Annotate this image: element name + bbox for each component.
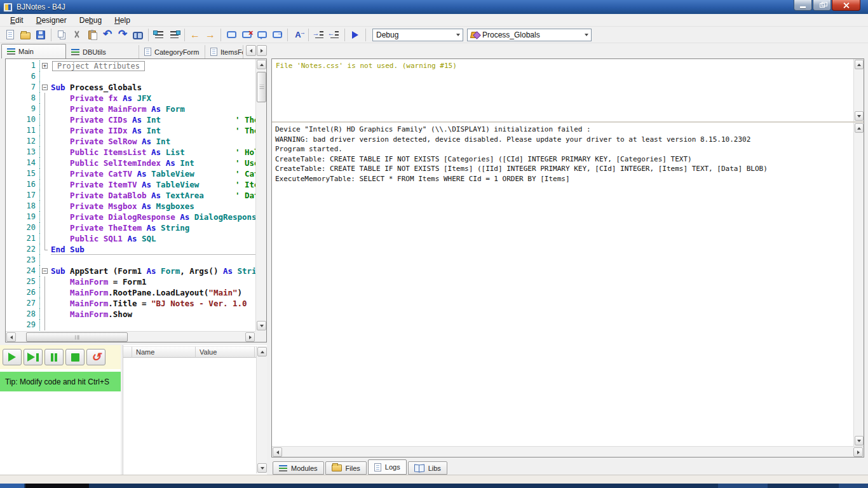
save-icon (36, 30, 45, 39)
forward-icon (205, 29, 215, 41)
debug-toolbar: ↺ (0, 345, 121, 369)
restore-button[interactable] (813, 0, 831, 11)
resume-button[interactable] (3, 349, 22, 365)
close-icon (843, 2, 850, 9)
editor-hscrollbar[interactable] (6, 331, 255, 342)
fold-toggle[interactable]: − (42, 268, 48, 274)
scroll-down-button[interactable] (855, 436, 864, 445)
taskbar-app-button[interactable] (25, 484, 89, 488)
modules-icon (279, 465, 287, 466)
toolbar-uncomment-button[interactable] (166, 27, 182, 42)
line-number: 20 (6, 222, 40, 233)
warnings-vscrollbar[interactable] (853, 59, 864, 121)
toolbar-back-button[interactable] (187, 27, 203, 42)
toolbar-indent-button[interactable] (311, 27, 327, 42)
close-button[interactable] (832, 0, 860, 11)
menu-item-help[interactable]: Help (108, 15, 137, 26)
toolbar-outdent-button[interactable] (327, 27, 342, 42)
step-button[interactable] (24, 349, 43, 365)
taskbar-item[interactable] (718, 484, 768, 488)
toolbar-note-new-button[interactable] (224, 27, 239, 42)
log-line: ExecuteMemoryTable: SELECT * FROM Items … (275, 174, 850, 184)
fold-toggle[interactable]: − (42, 85, 48, 90)
quick-jump-select[interactable]: Process_Globals (467, 29, 592, 41)
toolbar-run-button[interactable] (348, 27, 363, 42)
toolbar-paste-button[interactable] (85, 27, 100, 42)
scroll-down-button[interactable] (257, 321, 266, 330)
fold-toggle[interactable]: + (42, 63, 48, 69)
menu-item-debug[interactable]: Debug (73, 15, 108, 26)
toolbar-separator (344, 29, 345, 41)
restart-button[interactable]: ↺ (86, 349, 105, 365)
toolbar-select-word-button[interactable] (290, 27, 306, 42)
scroll-left-button[interactable] (273, 447, 282, 457)
module-tab-dbutils[interactable]: DBUtils (66, 45, 139, 58)
module-tab-categoryform[interactable]: CategoryForm (139, 45, 205, 58)
module-tab-itemsfo[interactable]: ItemsFo (205, 45, 243, 58)
toolbar-comment-button[interactable] (151, 27, 166, 42)
pause-button[interactable] (44, 349, 64, 365)
menu-item-designer[interactable]: Designer (30, 15, 73, 26)
scroll-up-button[interactable] (855, 123, 864, 133)
scroll-down-button[interactable] (257, 463, 267, 473)
toolbar-note-prev-button[interactable] (254, 27, 269, 42)
code-line: 8 Private fx As JFX (6, 93, 255, 104)
indent-icon (315, 31, 323, 38)
log-hscrollbar[interactable] (272, 446, 864, 457)
scrollbar-thumb[interactable] (26, 332, 128, 342)
scroll-down-button[interactable] (855, 111, 864, 121)
watch-panel[interactable]: NameValue (123, 345, 267, 475)
line-number: 15 (6, 168, 40, 179)
log-vscrollbar[interactable] (853, 123, 864, 446)
scrollbar-thumb[interactable] (257, 72, 266, 102)
note-delete-icon (242, 31, 252, 38)
tab-files[interactable]: Files (325, 461, 367, 475)
code-lines[interactable]: 1+Project Attributes67−Sub Process_Globa… (6, 59, 255, 331)
watch-vscrollbar[interactable] (256, 346, 267, 473)
toolbar-save-button[interactable] (33, 27, 48, 42)
build-mode-select[interactable]: Debug (372, 29, 463, 41)
watch-col-value[interactable]: Value (196, 346, 255, 358)
code-editor[interactable]: 1+Project Attributes67−Sub Process_Globa… (5, 58, 267, 342)
note-prev-icon (257, 31, 267, 38)
scroll-left-button[interactable] (6, 332, 16, 342)
toolbar-undo-button[interactable] (100, 27, 115, 42)
warnings-pane[interactable]: File 'Notes.css' is not used. (warning #… (272, 59, 864, 121)
scroll-up-button[interactable] (257, 60, 266, 69)
tab-modules[interactable]: Modules (273, 461, 324, 475)
new-file-icon (6, 30, 14, 39)
scroll-right-button[interactable] (245, 332, 255, 342)
toolbar-new-file-button[interactable] (3, 27, 18, 42)
app-icon (3, 3, 13, 12)
toolbar-open-file-button[interactable] (18, 27, 33, 42)
module-tab-main[interactable]: Main (1, 44, 66, 58)
vertical-splitter[interactable] (267, 58, 271, 475)
menu-item-edit[interactable]: Edit (4, 15, 30, 26)
scroll-right-button[interactable] (853, 447, 863, 457)
toolbar-note-delete-button[interactable] (239, 27, 254, 42)
minimize-button[interactable] (794, 0, 812, 11)
tab-scroll-left-button[interactable] (246, 45, 256, 56)
uncomment-icon (170, 31, 179, 38)
log-output-pane[interactable]: Device "Intel(R) HD Graphics Family" (\\… (272, 123, 864, 446)
toolbar-cut-button[interactable] (69, 27, 85, 42)
stop-button[interactable] (65, 349, 85, 365)
toolbar-find-button[interactable] (130, 27, 146, 42)
code-line: 18 Private Msgbox As Msgboxes (6, 201, 255, 212)
watch-col-name[interactable]: Name (132, 346, 196, 358)
toolbar-note-next-button[interactable] (269, 27, 285, 42)
toolbar-forward-button[interactable] (203, 27, 218, 42)
scroll-up-button[interactable] (855, 60, 864, 69)
tab-logs[interactable]: Logs (368, 459, 407, 475)
build-mode-value: Debug (376, 30, 453, 39)
bottom-tab-bar: ModulesFilesLogsLibs (271, 459, 864, 475)
taskbar-start-button[interactable] (0, 484, 24, 488)
taskbar-tray[interactable] (839, 484, 868, 488)
tab-libs[interactable]: Libs (408, 461, 447, 475)
toolbar-redo-button[interactable] (115, 27, 130, 42)
scroll-up-button[interactable] (257, 347, 267, 356)
toolbar-copy-button[interactable] (54, 27, 69, 42)
collapsed-region[interactable]: Project Attributes (52, 61, 145, 71)
editor-vscrollbar[interactable] (255, 59, 266, 331)
tab-scroll-right-button[interactable] (257, 45, 267, 56)
